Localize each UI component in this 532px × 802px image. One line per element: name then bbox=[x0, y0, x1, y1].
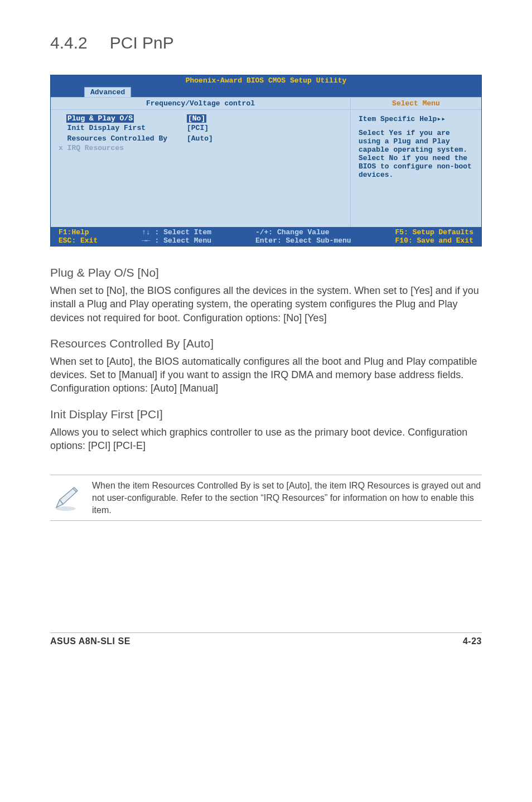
bios-help-body: Item Specific Help▸▸ Select Yes if you a… bbox=[351, 110, 481, 227]
section-number: 4.4.2 bbox=[50, 33, 88, 52]
bios-row[interactable]: Resources Controlled By[Auto] bbox=[59, 134, 342, 143]
bios-titlebar: Phoenix-Award BIOS CMOS Setup Utility bbox=[51, 75, 481, 86]
key-leftright: →← : Select Menu bbox=[142, 236, 211, 245]
note-text: When the item Resources Controlled By is… bbox=[92, 480, 482, 516]
setting-label: Resources Controlled By bbox=[59, 134, 187, 143]
chevron-right-icon: ▸▸ bbox=[437, 114, 446, 123]
bios-row[interactable]: Init Display First[PCI] bbox=[59, 124, 342, 132]
bios-settings-body: Plug & Play O/S[No] Init Display First[P… bbox=[51, 110, 350, 227]
section-title: PCI PnP bbox=[110, 33, 174, 52]
setting-value[interactable]: [Auto] bbox=[187, 134, 213, 143]
pencil-icon bbox=[50, 482, 81, 513]
help-title: Item Specific Help▸▸ bbox=[359, 114, 476, 123]
key-plusminus: -/+: Change Value bbox=[255, 228, 330, 236]
key-f5: F5: Setup Defaults bbox=[395, 228, 473, 236]
key-esc: ESC: Exit bbox=[59, 236, 98, 245]
setting-value[interactable]: [No] bbox=[187, 114, 206, 123]
tab-advanced[interactable]: Advanced bbox=[84, 87, 131, 97]
footer-left: ASUS A8N-SLI SE bbox=[50, 636, 130, 646]
section-heading: 4.4.2PCI PnP bbox=[50, 33, 482, 52]
subhead-resources: Resources Controlled By [Auto] bbox=[50, 337, 482, 350]
setting-label: Init Display First bbox=[59, 124, 187, 132]
right-panel-header: Select Menu bbox=[351, 97, 481, 110]
bios-footer: F1:Help ESC: Exit ↑↓ : Select Item →← : … bbox=[51, 227, 481, 246]
key-f1: F1:Help bbox=[59, 228, 89, 236]
page-footer: ASUS A8N-SLI SE 4-23 bbox=[50, 632, 482, 646]
paragraph: Allows you to select which graphics cont… bbox=[50, 426, 482, 453]
help-text: Select Yes if you are using a Plug and P… bbox=[359, 129, 476, 179]
bios-tabbar: Advanced bbox=[51, 86, 481, 97]
svg-marker-1 bbox=[56, 487, 78, 508]
left-panel-header: Frequency/Voltage control bbox=[51, 97, 350, 110]
svg-point-0 bbox=[56, 506, 76, 511]
setting-value[interactable]: [PCI] bbox=[187, 124, 209, 132]
setting-label: Plug & Play O/S bbox=[59, 114, 187, 123]
note-box: When the item Resources Controlled By is… bbox=[50, 475, 482, 521]
setting-label: x IRQ Resources bbox=[59, 144, 187, 152]
paragraph: When set to [No], the BIOS configures al… bbox=[50, 284, 482, 325]
key-enter: Enter: Select Sub-menu bbox=[255, 236, 351, 245]
subhead-init-display: Init Display First [PCI] bbox=[50, 408, 482, 421]
bios-screenshot: Phoenix-Award BIOS CMOS Setup Utility Ad… bbox=[50, 75, 482, 247]
bios-row[interactable]: x IRQ Resources bbox=[59, 144, 342, 152]
paragraph: When set to [Auto], the BIOS automatical… bbox=[50, 355, 482, 395]
key-f10: F10: Save and Exit bbox=[395, 236, 473, 245]
footer-right: 4-23 bbox=[463, 636, 482, 646]
key-updown: ↑↓ : Select Item bbox=[142, 228, 211, 236]
subhead-plug-play: Plug & Play O/S [No] bbox=[50, 266, 482, 279]
bios-row[interactable]: Plug & Play O/S[No] bbox=[59, 114, 342, 123]
